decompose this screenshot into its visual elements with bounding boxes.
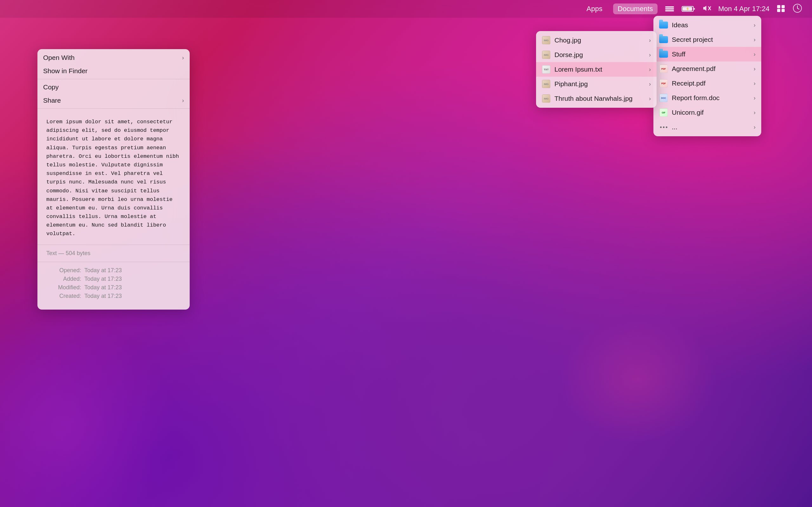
menu-arrow-narwhals: › xyxy=(649,95,651,102)
preview-dates: Opened: Today at 17:23 Added: Today at 1… xyxy=(38,262,190,308)
svg-rect-1 xyxy=(665,8,674,9)
file-icon-unicorn: GIF xyxy=(659,108,668,117)
menu-item-piphant[interactable]: IMG Piphant.jpg › xyxy=(536,77,657,91)
menu-item-unicorn[interactable]: GIF Unicorn.gif › xyxy=(653,105,761,120)
file-icon-narwhals: IMG xyxy=(542,94,551,103)
svg-rect-11 xyxy=(777,9,780,12)
menu-item-agreement[interactable]: PDF Agreement.pdf › xyxy=(653,61,761,76)
menu-item-stuff[interactable]: Stuff › xyxy=(653,47,761,61)
apps-menu-button[interactable]: Apps xyxy=(582,3,607,14)
date-opened: Opened: Today at 17:23 xyxy=(46,267,181,274)
menubar-time: Mon 4 Apr 17:24 xyxy=(718,5,769,13)
files-dropdown-menu: IMG Chog.jpg › IMG Dorse.jpg › TXT Lorem… xyxy=(536,31,657,108)
menu-item-receipt[interactable]: PDF Receipt.pdf › xyxy=(653,76,761,91)
folder-icon-ideas xyxy=(659,20,668,30)
menu-item-chog[interactable]: IMG Chog.jpg › xyxy=(536,33,657,48)
context-menu-open-with[interactable]: Open With › xyxy=(38,51,190,64)
file-icon-report: DOC xyxy=(659,94,668,102)
menu-arrow-secret: › xyxy=(754,37,756,43)
context-menu-separator xyxy=(38,79,190,79)
svg-rect-5 xyxy=(694,8,695,10)
menu-item-secret-project[interactable]: Secret project › xyxy=(653,32,761,47)
menu-arrow-unicorn: › xyxy=(754,109,756,116)
menu-arrow-chog: › xyxy=(649,37,651,44)
svg-line-15 xyxy=(798,8,799,9)
menu-arrow-report: › xyxy=(754,95,756,101)
preview-separator xyxy=(38,108,190,109)
menu-item-more[interactable]: ... › xyxy=(653,120,761,134)
menu-item-lorem-ipsum[interactable]: TXT Lorem Ipsum.txt › xyxy=(536,62,657,77)
stack-icon xyxy=(664,3,675,14)
preview-meta: Text — 504 bytes xyxy=(38,245,190,262)
menu-arrow-piphant: › xyxy=(649,81,651,88)
clock-icon[interactable] xyxy=(792,3,803,14)
battery-icon xyxy=(681,5,696,13)
preview-text: Lorem ipsum dolor sit amet, consectetur … xyxy=(38,110,190,245)
menu-arrow-agreement: › xyxy=(754,66,756,72)
context-menu-copy[interactable]: Copy xyxy=(38,80,190,94)
svg-rect-2 xyxy=(665,10,674,11)
file-icon-piphant: IMG xyxy=(542,79,551,89)
file-icon-receipt: PDF xyxy=(659,79,668,88)
folder-icon-stuff xyxy=(659,50,668,59)
menubar: Apps Documents Mon 4 Apr 17:24 xyxy=(0,0,812,18)
battery-area xyxy=(681,5,696,13)
menu-item-narwhals[interactable]: IMG Thruth about Narwhals.jpg › xyxy=(536,91,657,106)
folder-icon-secret xyxy=(659,35,668,44)
menu-arrow-stuff: › xyxy=(754,51,756,58)
file-icon-lorem: TXT xyxy=(542,65,551,74)
file-icon-chog: IMG xyxy=(542,36,551,45)
context-menu: Open With › Show in Finder Copy Share › … xyxy=(38,49,190,309)
date-created: Created: Today at 17:23 xyxy=(46,293,181,299)
menu-arrow-more: › xyxy=(754,124,756,130)
svg-rect-6 xyxy=(703,7,705,9)
context-menu-show-finder[interactable]: Show in Finder xyxy=(38,64,190,78)
svg-rect-12 xyxy=(781,9,785,12)
date-modified: Modified: Today at 17:23 xyxy=(46,284,181,291)
control-center-icon[interactable] xyxy=(776,3,786,14)
menu-item-dorse[interactable]: IMG Dorse.jpg › xyxy=(536,48,657,62)
svg-rect-9 xyxy=(777,5,780,8)
menu-arrow-receipt: › xyxy=(754,80,756,87)
menu-arrow-ideas: › xyxy=(754,22,756,29)
more-icon xyxy=(659,123,668,131)
menu-arrow-lorem: › xyxy=(649,66,651,73)
file-icon-dorse: IMG xyxy=(542,50,551,59)
date-added: Added: Today at 17:23 xyxy=(46,276,181,282)
svg-rect-0 xyxy=(665,6,674,8)
documents-menu-button[interactable]: Documents xyxy=(613,3,657,14)
file-icon-agreement: PDF xyxy=(659,64,668,73)
svg-rect-10 xyxy=(781,5,785,8)
preview-type: Text — 504 bytes xyxy=(46,250,90,257)
menu-item-ideas[interactable]: Ideas › xyxy=(653,18,761,32)
context-arrow-open-with: › xyxy=(182,55,184,61)
folder-dropdown-menu: Ideas › Secret project › Stuff › PDF Agr… xyxy=(653,16,761,136)
context-arrow-share: › xyxy=(182,97,184,104)
context-menu-share[interactable]: Share › xyxy=(38,94,190,107)
stack-icon-area[interactable] xyxy=(664,3,675,14)
menu-item-report-form[interactable]: DOC Report form.doc › xyxy=(653,91,761,105)
menu-arrow-dorse: › xyxy=(649,52,651,58)
mute-icon[interactable] xyxy=(702,3,712,14)
